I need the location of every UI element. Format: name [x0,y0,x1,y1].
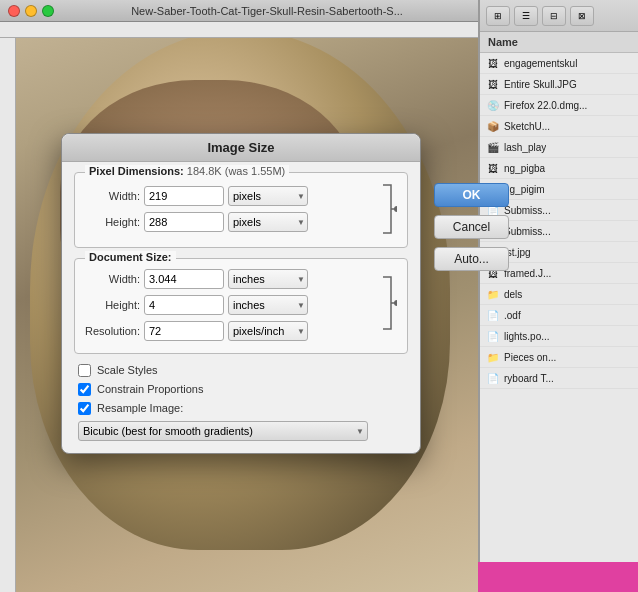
dialog-buttons: OK Cancel Auto... [434,183,509,271]
grid-view-button[interactable]: ⊞ [486,6,510,26]
auto-button[interactable]: Auto... [434,247,509,271]
list-view-button[interactable]: ☰ [514,6,538,26]
doc-height-input[interactable] [144,295,224,315]
file-name: Firefox 22.0.dmg... [504,100,587,111]
height-unit-select[interactable]: pixels percent [228,212,308,232]
width-unit-select[interactable]: pixels percent [228,186,308,206]
resample-method-wrapper: Bicubic (best for smooth gradients) Bicu… [78,421,368,441]
list-item[interactable]: 📄 ryboard T... [480,368,638,389]
panel-name-header: Name [480,32,638,53]
width-row: Width: pixels percent [85,186,373,206]
doc-height-unit-wrapper: inches cm mm [228,295,308,315]
doc-width-label: Width: [85,273,140,285]
cancel-button[interactable]: Cancel [434,215,509,239]
list-item[interactable]: 🖼 ng_pigba [480,158,638,179]
list-item[interactable]: 💿 Firefox 22.0.dmg... [480,95,638,116]
doc-link-bracket [379,271,397,343]
width-input[interactable] [144,186,224,206]
extra-view-button[interactable]: ⊠ [570,6,594,26]
file-name: dels [504,289,522,300]
file-name: lash_play [504,142,546,153]
resample-image-row: Resample Image: [74,402,408,415]
svg-point-2 [394,300,397,306]
doc-width-input[interactable] [144,269,224,289]
file-icon: 📁 [486,287,500,301]
svg-rect-0 [0,22,480,38]
maximize-button[interactable] [42,5,54,17]
resolution-row: Resolution: pixels/inch pixels/cm [85,321,373,341]
constrain-proportions-label: Constrain Proportions [97,383,203,395]
panel-toolbar: ⊞ ☰ ⊟ ⊠ [480,0,638,32]
file-name: ryboard T... [504,373,554,384]
window-title-bar: New-Saber-Tooth-Cat-Tiger-Skull-Resin-Sa… [0,0,480,22]
minimize-button[interactable] [25,5,37,17]
list-item[interactable]: 🖼 engagementskul [480,53,638,74]
file-icon: 📄 [486,329,500,343]
pixel-link-bracket [379,181,397,237]
list-item[interactable]: 📄 lights.po... [480,326,638,347]
resolution-unit-wrapper: pixels/inch pixels/cm [228,321,308,341]
file-name: Submiss... [504,205,551,216]
width-unit-wrapper: pixels percent [228,186,308,206]
list-item[interactable]: 📁 dels [480,284,638,305]
scale-styles-label: Scale Styles [97,364,158,376]
file-name: framed.J... [504,268,551,279]
resample-method-select[interactable]: Bicubic (best for smooth gradients) Bicu… [78,421,368,441]
resolution-input[interactable] [144,321,224,341]
file-icon: 📦 [486,119,500,133]
close-button[interactable] [8,5,20,17]
file-name: engagementskul [504,58,577,69]
right-panel: ⊞ ☰ ⊟ ⊠ Name 🖼 engagementskul 🖼 Entire S… [478,0,638,592]
pixel-dimensions-group: Pixel Dimensions: 184.8K (was 1.55M) Wid… [74,172,408,248]
dialog-overlay: Image Size Pixel Dimensions: 184.8K (was… [16,38,466,548]
doc-width-unit-select[interactable]: inches cm mm points picas [228,269,308,289]
file-icon: 💿 [486,98,500,112]
document-size-label: Document Size: [85,251,176,263]
file-name: Entire Skull.JPG [504,79,577,90]
dialog-body: Pixel Dimensions: 184.8K (was 1.55M) Wid… [62,172,420,441]
list-item[interactable]: 🖼 Entire Skull.JPG [480,74,638,95]
ok-button[interactable]: OK [434,183,509,207]
svg-point-1 [394,206,397,212]
doc-width-row: Width: inches cm mm points picas [85,269,373,289]
list-item[interactable]: 📦 SketchU... [480,116,638,137]
list-item[interactable]: 📄 .odf [480,305,638,326]
file-icon: 🎬 [486,140,500,154]
document-size-group: Document Size: Width: inches cm [74,258,408,354]
file-name: ng_pigim [504,184,545,195]
window-title: New-Saber-Tooth-Cat-Tiger-Skull-Resin-Sa… [62,5,472,17]
file-name: Pieces on... [504,352,556,363]
resolution-unit-select[interactable]: pixels/inch pixels/cm [228,321,308,341]
file-name: ng_pigba [504,163,545,174]
window-controls [8,5,54,17]
file-icon: 📁 [486,350,500,364]
doc-height-label: Height: [85,299,140,311]
resolution-label: Resolution: [85,325,140,337]
list-item[interactable]: 📁 Pieces on... [480,347,638,368]
list-item[interactable]: 🎬 lash_play [480,137,638,158]
height-row: Height: pixels percent [85,212,373,232]
width-label: Width: [85,190,140,202]
file-icon: 🖼 [486,56,500,70]
scale-styles-checkbox[interactable] [78,364,91,377]
file-icon: 📄 [486,308,500,322]
file-icon: 📄 [486,371,500,385]
file-icon: 🖼 [486,77,500,91]
scale-styles-row: Scale Styles [74,364,408,377]
constrain-proportions-row: Constrain Proportions [74,383,408,396]
ruler-horizontal: /* ruler ticks drawn inline */ [0,22,480,38]
details-view-button[interactable]: ⊟ [542,6,566,26]
file-name: .odf [504,310,521,321]
height-input[interactable] [144,212,224,232]
resample-image-label: Resample Image: [97,402,183,414]
ruler-vertical [0,38,16,592]
image-size-dialog: Image Size Pixel Dimensions: 184.8K (was… [61,133,421,454]
doc-height-unit-select[interactable]: inches cm mm [228,295,308,315]
bottom-accent-bar [478,562,638,592]
dialog-title: Image Size [62,134,420,162]
height-label: Height: [85,216,140,228]
resample-image-checkbox[interactable] [78,402,91,415]
doc-height-row: Height: inches cm mm [85,295,373,315]
file-name: SketchU... [504,121,550,132]
constrain-proportions-checkbox[interactable] [78,383,91,396]
